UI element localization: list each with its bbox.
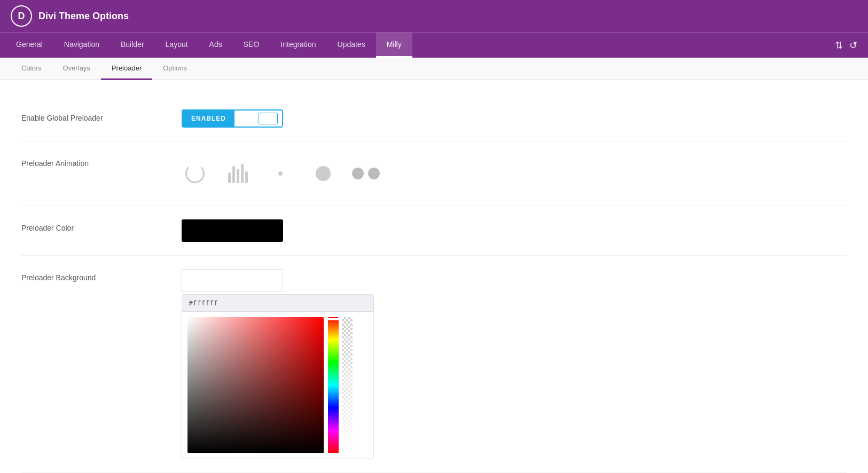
- preloader-toggle[interactable]: ENABLED: [182, 109, 283, 128]
- tab-options[interactable]: Options: [152, 58, 198, 80]
- anim-bars[interactable]: [224, 160, 251, 187]
- nav-item-seo[interactable]: SEO: [233, 33, 270, 58]
- anim-spinner[interactable]: [182, 160, 208, 187]
- color-picker-popup: #ffffff: [182, 294, 374, 459]
- preloader-background-control: #ffffff: [182, 269, 847, 459]
- preloader-animation-row: Preloader Animation: [21, 141, 847, 206]
- preloader-bg-swatch[interactable]: [182, 269, 283, 291]
- preloader-animation-control: [182, 155, 847, 192]
- preloader-color-label: Preloader Color: [21, 219, 182, 232]
- anim-circle[interactable]: [310, 160, 337, 187]
- logo-icon: D: [11, 5, 32, 27]
- header-logo: D Divi Theme Options: [11, 5, 129, 27]
- alpha-gradient: [342, 317, 353, 453]
- spinner-icon: [185, 164, 205, 183]
- circle-icon: [316, 166, 331, 181]
- gradient-darkness: [187, 317, 324, 453]
- hue-handle: [327, 318, 340, 320]
- enable-preloader-row: Enable Global Preloader ENABLED: [21, 96, 847, 141]
- dot-left: [352, 168, 364, 179]
- toggle-handle: [259, 113, 278, 124]
- hue-slider[interactable]: [328, 317, 339, 453]
- alpha-slider[interactable]: [342, 317, 353, 453]
- two-dots-icon: [352, 168, 380, 179]
- nav-item-ads[interactable]: Ads: [199, 33, 233, 58]
- nav-item-navigation[interactable]: Navigation: [53, 33, 110, 58]
- nav-item-builder[interactable]: Builder: [110, 33, 155, 58]
- subtabs: Colors Overlays Preloader Options: [0, 58, 868, 80]
- app-title: Divi Theme Options: [38, 11, 129, 22]
- preloader-color-row: Preloader Color: [21, 206, 847, 256]
- preloader-color-control: [182, 219, 847, 242]
- preloader-color-swatch[interactable]: [182, 219, 283, 242]
- enable-preloader-control: ENABLED: [182, 109, 847, 128]
- anim-dot-small[interactable]: [267, 160, 294, 187]
- tab-overlays[interactable]: Overlays: [52, 58, 101, 80]
- navbar: General Navigation Builder Layout Ads SE…: [0, 32, 868, 58]
- nav-item-integration[interactable]: Integration: [270, 33, 326, 58]
- nav-actions: ⇅ ↺: [835, 33, 863, 58]
- dot-right: [368, 168, 380, 179]
- animation-options: [182, 155, 847, 192]
- main-content: Enable Global Preloader ENABLED Preloade…: [0, 80, 868, 473]
- color-picker-body: [182, 312, 373, 459]
- preloader-background-label: Preloader Background: [21, 269, 182, 282]
- enable-preloader-label: Enable Global Preloader: [21, 109, 182, 122]
- toggle-track: [234, 111, 282, 127]
- nav-item-general[interactable]: General: [5, 33, 53, 58]
- color-hex-value[interactable]: #ffffff: [182, 295, 373, 312]
- preloader-animation-label: Preloader Animation: [21, 155, 182, 168]
- preloader-background-row: Preloader Background #ffffff: [21, 256, 847, 473]
- sort-icon[interactable]: ⇅: [835, 40, 843, 51]
- tab-preloader[interactable]: Preloader: [101, 58, 152, 80]
- header: D Divi Theme Options: [0, 0, 868, 32]
- nav-item-updates[interactable]: Updates: [326, 33, 376, 58]
- reset-icon[interactable]: ↺: [849, 40, 857, 51]
- dot-small-icon: [278, 171, 283, 176]
- color-gradient-area[interactable]: [187, 317, 324, 453]
- toggle-enabled-label: ENABLED: [183, 111, 234, 127]
- nav-item-milly[interactable]: Milly: [376, 33, 412, 58]
- anim-two-dots[interactable]: [353, 160, 379, 187]
- bars-icon: [228, 164, 248, 183]
- tab-colors[interactable]: Colors: [11, 58, 52, 80]
- nav-item-layout[interactable]: Layout: [155, 33, 199, 58]
